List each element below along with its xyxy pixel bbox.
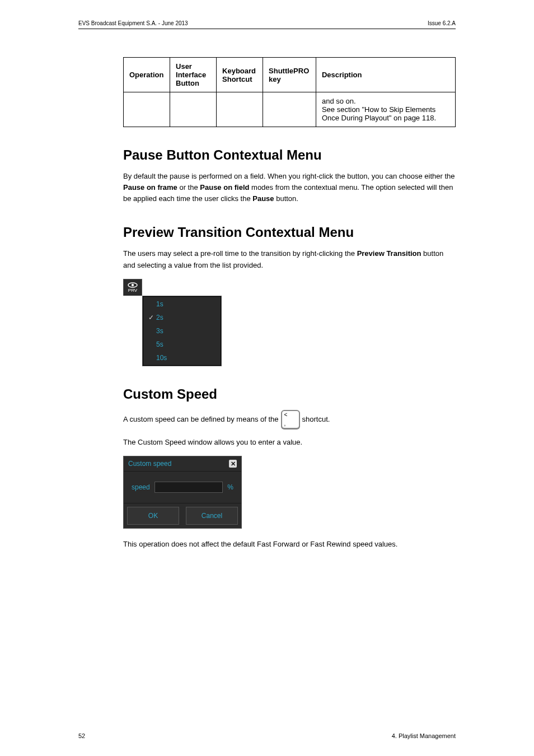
cell-operation	[124, 92, 170, 127]
cell-description: and so on. See section "How to Skip Elem…	[316, 92, 455, 127]
preroll-item-label: 3s	[156, 327, 163, 335]
paragraph-custom-3: This operation does not affect the defau…	[123, 539, 456, 550]
table-row: and so on. See section "How to Skip Elem…	[124, 92, 456, 127]
paragraph-custom-1: A custom speed can be defined by means o…	[123, 410, 456, 429]
keycap-less-comma: < ,	[281, 410, 300, 429]
th-keyboard: Keyboard Shortcut	[217, 58, 263, 92]
preroll-item-label: 5s	[156, 340, 163, 348]
th-shuttlepro: ShuttlePRO key	[263, 58, 316, 92]
paragraph-custom-2: The Custom Speed window allows you to en…	[123, 437, 456, 448]
heading-custom-speed: Custom Speed	[123, 386, 456, 402]
ok-button[interactable]: OK	[127, 507, 179, 525]
prv-label: PRV	[128, 288, 137, 293]
check-icon: ✓	[148, 314, 156, 321]
paragraph-pause: By default the pause is performed on a f…	[123, 171, 456, 204]
preroll-item-3s[interactable]: 3s	[143, 324, 221, 338]
cell-ui-button	[170, 92, 217, 127]
dialog-buttons: OK Cancel	[124, 503, 241, 528]
custom-speed-dialog: Custom speed ✕ speed % OK Cancel	[123, 456, 242, 529]
cell-keyboard	[217, 92, 263, 127]
prv-button[interactable]: PRV	[123, 279, 142, 296]
svg-point-1	[132, 284, 134, 286]
header-left: EVS Broadcast Equipment S.A. - June 2013	[78, 20, 188, 26]
dialog-titlebar: Custom speed ✕	[124, 456, 241, 472]
dialog-body: speed %	[124, 472, 241, 503]
speed-input[interactable]	[154, 482, 223, 493]
footer-page-number: 52	[78, 732, 85, 739]
th-description: Description	[316, 58, 455, 92]
dialog-title: Custom speed	[128, 460, 171, 468]
th-ui-button: User Interface Button	[170, 58, 217, 92]
preroll-item-5s[interactable]: 5s	[143, 338, 221, 351]
preroll-item-1s[interactable]: 1s	[143, 297, 221, 311]
cancel-button[interactable]: Cancel	[186, 507, 238, 525]
preroll-item-label: 1s	[156, 300, 163, 308]
paragraph-preview: The users may select a pre-roll time to …	[123, 248, 456, 270]
page-header: EVS Broadcast Equipment S.A. - June 2013…	[78, 20, 456, 29]
keycap-top: <	[284, 412, 288, 418]
page-footer: 52 4. Playlist Management	[78, 732, 456, 739]
preroll-item-label: 10s	[156, 354, 167, 362]
table-header-row: Operation User Interface Button Keyboard…	[124, 58, 456, 92]
eye-icon	[128, 282, 138, 288]
close-icon[interactable]: ✕	[229, 460, 237, 468]
preroll-item-10s[interactable]: 10s	[143, 351, 221, 365]
th-operation: Operation	[124, 58, 170, 92]
heading-pause: Pause Button Contextual Menu	[123, 147, 456, 163]
preroll-item-label: 2s	[156, 314, 163, 321]
preroll-list: 1s ✓ 2s 3s 5s 10s	[142, 296, 222, 366]
cell-shuttlepro	[263, 92, 316, 127]
speed-label: speed	[132, 483, 150, 491]
footer-section: 4. Playlist Management	[392, 732, 456, 739]
heading-preview: Preview Transition Contextual Menu	[123, 225, 456, 240]
operations-table: Operation User Interface Button Keyboard…	[123, 57, 456, 127]
header-right: Issue 6.2.A	[428, 20, 456, 26]
preview-menu: PRV 1s ✓ 2s 3s 5s	[123, 279, 224, 366]
preroll-item-2s[interactable]: ✓ 2s	[143, 311, 221, 324]
keycap-bot: ,	[284, 421, 286, 427]
percent-label: %	[227, 483, 233, 491]
